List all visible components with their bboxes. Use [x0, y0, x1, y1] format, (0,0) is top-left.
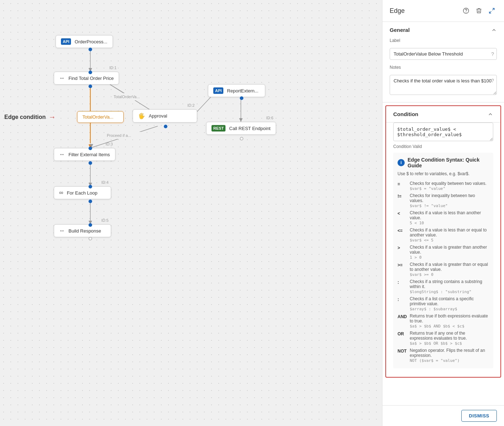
guide-op: >=	[398, 261, 410, 278]
node-id: ID:2	[187, 103, 195, 107]
svg-rect-17	[113, 93, 147, 100]
report-extern-node[interactable]: API ReportExtern...	[208, 84, 265, 97]
guide-row: >= Checks if a value is greater than or …	[398, 261, 489, 278]
help-button[interactable]	[461, 6, 471, 16]
panel-header: Edge	[382, 0, 504, 22]
connector-dot	[89, 161, 92, 165]
label-input-wrap: ?	[390, 48, 497, 60]
connector-dot	[89, 48, 92, 51]
quick-guide: i Edge Condition Syntax: Quick Guide Use…	[393, 153, 493, 368]
node-label: Call REST Endpoint	[229, 126, 270, 131]
svg-marker-15	[239, 118, 243, 122]
condition-field-group: Condition Valid i Edge Condition Syntax:…	[386, 123, 500, 377]
canvas-area: TotalOrderVa... Proceed if a... API Orde…	[0, 0, 382, 426]
node-id: ID:6	[266, 116, 274, 120]
guide-desc: Checks for inequality between two values…	[410, 192, 489, 209]
guide-op: !=	[398, 192, 410, 209]
build-response-node[interactable]: ↔ Build Response ID:5	[54, 224, 111, 237]
connector-dot	[89, 223, 92, 227]
guide-desc: Checks if a value is less than another v…	[410, 209, 489, 226]
svg-line-4	[91, 126, 158, 148]
guide-row: : Checks if a list contains a specific p…	[398, 295, 489, 312]
guide-table: = Checks for equality between two values…	[398, 180, 489, 364]
guide-op: =	[398, 180, 410, 192]
expand-button[interactable]	[487, 6, 497, 16]
guide-desc: Checks if a value is greater than or equ…	[410, 261, 489, 278]
general-section-title: General	[390, 27, 410, 33]
order-process-node[interactable]: API OrderProcess...	[56, 35, 113, 48]
svg-rect-19	[106, 132, 142, 139]
guide-row: != Checks for inequality between two val…	[398, 192, 489, 209]
condition-section-header[interactable]: Condition	[386, 106, 500, 123]
edge-arrow-icon: →	[49, 113, 56, 121]
guide-desc: Checks if a value is less than or equal …	[410, 226, 489, 244]
connector-dot	[89, 200, 92, 203]
connector-dot	[164, 125, 167, 128]
for-each-loop-node[interactable]: ∞ For Each Loop ID:4	[54, 186, 111, 199]
svg-text:TotalOrderVa...: TotalOrderVa...	[114, 95, 140, 99]
chevron-up-icon	[488, 111, 493, 117]
guide-row: <= Checks if a value is less than or equ…	[398, 226, 489, 244]
notes-textarea[interactable]	[390, 75, 497, 95]
guide-row: : Checks if a string contains a substrin…	[398, 278, 489, 295]
node-label: Build Response	[68, 228, 101, 234]
guide-intro: Use $ to refer to variables, e.g. $var$.	[398, 171, 489, 176]
node-label: OrderProcess...	[75, 39, 107, 44]
condition-input[interactable]	[393, 123, 493, 141]
guide-op: <	[398, 209, 410, 226]
guide-desc: Checks for equality between two values.$…	[410, 180, 489, 192]
guide-op: :	[398, 278, 410, 295]
notes-input-wrap: ?	[390, 75, 497, 96]
notes-help-icon: ?	[491, 78, 494, 83]
totalorderva-node[interactable]: TotalOrderVa...	[77, 111, 124, 123]
right-panel: Edge General	[382, 0, 504, 426]
node-label: Filter External Items	[68, 152, 110, 157]
approval-node[interactable]: 🖐 Approval ID:2	[133, 109, 197, 123]
general-section-header[interactable]: General	[382, 22, 504, 38]
call-rest-node[interactable]: REST Call REST Endpoint ID:6	[206, 122, 276, 135]
node-label: For Each Loop	[67, 190, 97, 196]
api-badge: API	[213, 87, 223, 94]
condition-valid: Condition Valid	[393, 144, 493, 149]
arrow-icon: ↔	[59, 151, 65, 158]
delete-button[interactable]	[474, 6, 484, 16]
guide-row: > Checks if a value is greater than anot…	[398, 244, 489, 261]
guide-op: OR	[398, 330, 410, 347]
connector-dot	[89, 185, 92, 188]
connector-dot	[89, 85, 92, 88]
guide-op: :	[398, 295, 410, 312]
connector-dot-open	[240, 137, 243, 140]
canvas-svg: TotalOrderVa... Proceed if a...	[0, 0, 382, 426]
general-section: General Label ? Notes ?	[382, 22, 504, 102]
node-label: Find Total Order Price	[68, 76, 114, 81]
api-badge: API	[61, 38, 71, 45]
guide-op: NOT	[398, 347, 410, 364]
guide-desc: Checks if a list contains a specific pri…	[410, 295, 489, 312]
node-label: ReportExtern...	[227, 88, 258, 94]
rest-badge: REST	[211, 125, 225, 131]
guide-desc: Checks if a value is greater than anothe…	[410, 244, 489, 261]
condition-section: Condition Condition Valid i Edge Conditi…	[385, 105, 501, 378]
guide-op: <=	[398, 226, 410, 244]
arrow-icon: ↔	[59, 75, 65, 81]
label-field-label: Label	[390, 38, 497, 43]
filter-external-node[interactable]: ↔ Filter External Items ID:3	[54, 148, 115, 161]
guide-row: NOT Negation operator. Flips the result …	[398, 347, 489, 364]
condition-section-title: Condition	[393, 111, 418, 117]
connector-dot	[240, 96, 243, 100]
node-id: ID:4	[101, 180, 109, 185]
guide-desc: Negation operator. Flips the result of a…	[410, 347, 489, 364]
guide-row: AND Returns true if both expressions eva…	[398, 312, 489, 330]
find-total-node[interactable]: ↔ Find Total Order Price ID:1	[54, 72, 119, 85]
chevron-up-icon	[491, 27, 497, 33]
quick-guide-title: Edge Condition Syntax: Quick Guide	[408, 157, 489, 168]
guide-row: < Checks if a value is less than another…	[398, 209, 489, 226]
node-label: Approval	[149, 113, 167, 119]
guide-desc: Returns true if both expressions evaluat…	[410, 312, 489, 330]
dismiss-button[interactable]: DISMISS	[461, 410, 497, 422]
guide-desc: Checks if a string contains a substring …	[410, 278, 489, 295]
guide-info-icon: i	[398, 159, 405, 166]
label-input[interactable]	[390, 48, 497, 60]
infinity-icon: ∞	[59, 190, 63, 196]
guide-op: AND	[398, 312, 410, 330]
